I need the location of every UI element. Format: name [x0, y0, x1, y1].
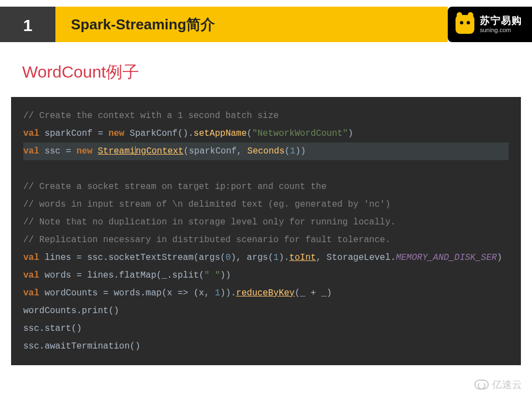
code-line: wordCounts.print(): [23, 306, 119, 316]
code-comment: // Create a socket stream on target ip:p…: [23, 182, 326, 192]
code-block: // Create the context with a 1 second ba…: [11, 97, 521, 365]
code-comment: // Replication necessary in distributed …: [23, 235, 391, 245]
code-keyword: val: [23, 129, 39, 139]
code-comment: // words in input stream of \n delimited…: [23, 200, 391, 209]
lion-icon: [456, 15, 474, 34]
highlighted-line: val ssc = new StreamingContext(sparkConf…: [23, 142, 509, 160]
code-comment: // Create the context with a 1 second ba…: [23, 111, 279, 121]
brand-name-en: suning.com: [480, 27, 522, 33]
section-number: 1: [0, 7, 55, 42]
watermark: 亿速云: [474, 378, 522, 391]
subtitle: WordCount例子: [22, 61, 532, 84]
watermark-text: 亿速云: [492, 378, 522, 391]
slide-title: Spark-Streaming简介: [55, 7, 448, 42]
code-line: ssc.start(): [23, 324, 82, 334]
brand-logo: 苏宁易购 suning.com: [448, 7, 532, 42]
cloud-icon: [474, 380, 489, 390]
code-comment: // Note that no duplication in storage l…: [23, 217, 396, 227]
header-bar: 1 Spark-Streaming简介 苏宁易购 suning.com: [0, 7, 532, 42]
code-line: ssc.awaitTermination(): [23, 341, 140, 351]
brand-name-cn: 苏宁易购: [480, 16, 522, 27]
